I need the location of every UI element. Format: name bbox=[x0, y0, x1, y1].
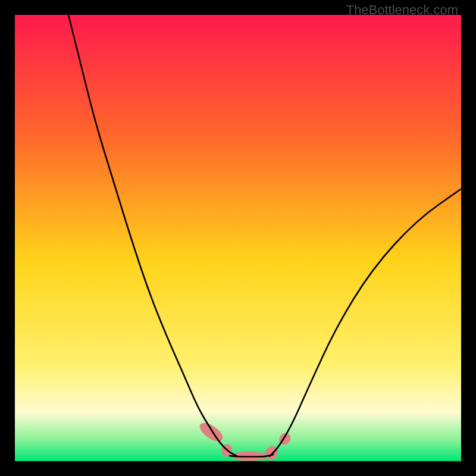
curve-marker bbox=[197, 419, 226, 445]
bottleneck-curve bbox=[15, 15, 461, 461]
plot-area bbox=[15, 15, 461, 461]
outer-frame: TheBottleneck.com bbox=[0, 0, 476, 476]
marker-layer bbox=[197, 419, 293, 462]
watermark-text: TheBottleneck.com bbox=[346, 2, 458, 18]
curve-right-branch bbox=[270, 189, 462, 457]
curve-left-branch bbox=[68, 15, 238, 457]
